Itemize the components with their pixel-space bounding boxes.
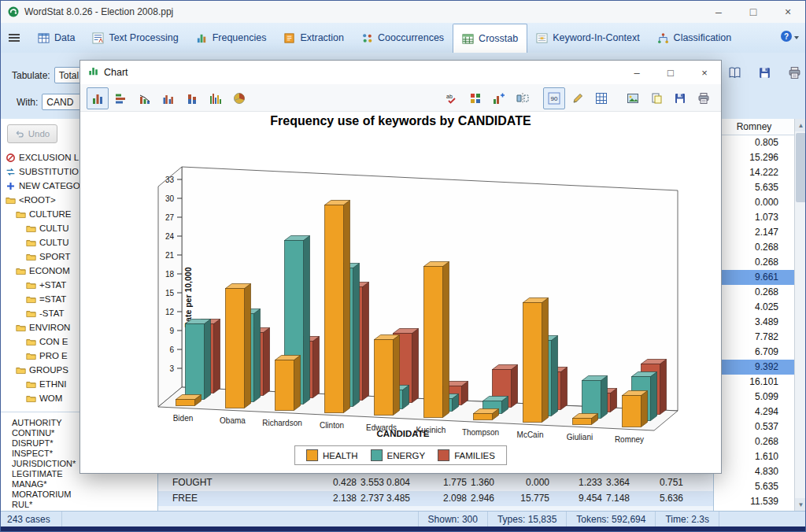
romney-cell[interactable]: 0.268 [714, 255, 794, 270]
table-cell[interactable]: 1.360 [460, 477, 494, 488]
spell-check-button[interactable]: ab [441, 87, 463, 109]
tab-crosstab[interactable]: Crosstab [453, 24, 527, 53]
romney-cell[interactable]: 16.101 [714, 375, 794, 390]
flip-axes-icon [516, 92, 529, 105]
romney-cell[interactable]: 3.489 [714, 315, 794, 330]
scroll-up-icon[interactable]: ▲ [795, 119, 806, 131]
window-maximize-button[interactable]: □ [736, 1, 771, 23]
tab-data[interactable]: Data [29, 23, 83, 53]
tab-extraction[interactable]: Extraction [275, 23, 353, 53]
romney-cell[interactable]: 9.661 [714, 270, 794, 285]
print-button[interactable] [693, 87, 715, 109]
tab-frequencies[interactable]: Frequencies [187, 23, 275, 53]
picture-export-button[interactable] [622, 87, 644, 109]
romney-cell[interactable]: 0.537 [714, 419, 794, 434]
color-palette-button[interactable] [464, 87, 486, 109]
pie-chart-button[interactable] [228, 87, 250, 109]
tab-label: Extraction [300, 32, 344, 43]
romney-cell[interactable]: 0.805 [714, 135, 794, 150]
romney-cell[interactable]: 6.709 [714, 345, 794, 360]
scroll-down-icon[interactable]: ▼ [795, 498, 806, 511]
folder-icon [26, 280, 36, 290]
pareto-chart-button[interactable] [134, 87, 156, 109]
romney-cell[interactable]: 4.830 [714, 464, 794, 479]
romney-cell[interactable]: 2.147 [714, 225, 794, 240]
romney-cell[interactable]: 11.539 [714, 494, 794, 509]
picture-export-icon [627, 92, 639, 105]
dialog-close-button[interactable]: × [688, 61, 721, 84]
vertical-scrollbar[interactable]: ▲ ▼ [794, 119, 806, 511]
romney-cell[interactable]: 14.222 [714, 165, 794, 180]
svg-text:CANDIDATE: CANDIDATE [377, 429, 430, 438]
rotate-3d-button[interactable]: 90 [543, 87, 565, 109]
crosstab-romney-column: Romney 0.80515.29614.2225.6350.0001.0732… [713, 119, 794, 511]
undo-button[interactable]: Undo [7, 124, 57, 143]
tab-classification[interactable]: Classification [649, 23, 741, 53]
table-cell[interactable]: 15.775 [515, 493, 549, 504]
dialog-minimize-button[interactable]: – [620, 61, 653, 84]
table-cell[interactable]: 3.364 [595, 477, 630, 488]
dialog-toolbar: ab90 [80, 84, 721, 112]
romney-cell[interactable]: 5.635 [714, 479, 794, 494]
table-cell[interactable]: 5.636 [649, 493, 683, 504]
keyword-row[interactable]: MANAG* [1, 479, 157, 490]
window-minimize-button[interactable]: – [701, 1, 736, 23]
copy-chart-button[interactable] [488, 87, 510, 109]
menu-icon[interactable] [6, 30, 23, 46]
grouped-bar-chart-button[interactable] [157, 87, 179, 109]
romney-cell[interactable]: 4.025 [714, 300, 794, 315]
main-toolbar: DataText ProcessingFrequenciesExtraction… [1, 23, 805, 54]
tab-label: Crosstab [479, 33, 518, 44]
keyword-row[interactable]: RUL* [1, 500, 157, 510]
stacked-bar-chart-button[interactable] [181, 87, 203, 109]
data-grid-button[interactable] [590, 87, 612, 109]
romney-cell[interactable]: 1.073 [714, 210, 794, 225]
romney-cell[interactable]: 5.099 [714, 390, 794, 405]
romney-cell[interactable]: 0.268 [714, 240, 794, 255]
romney-cell[interactable]: 0.268 [714, 434, 794, 449]
tree-item-label: ENVIRON [29, 323, 70, 332]
report-view-button[interactable] [723, 62, 745, 83]
svg-text:3: 3 [169, 364, 174, 373]
help-button[interactable]: ? [780, 30, 799, 46]
table-cell[interactable]: 0.000 [515, 477, 549, 488]
romney-cell[interactable]: 9.392 [714, 360, 794, 375]
horizontal-bar-chart-button[interactable] [110, 87, 132, 109]
table-cell[interactable]: 0.751 [649, 477, 683, 488]
save-button[interactable] [753, 62, 775, 83]
print-button[interactable] [783, 62, 805, 83]
save-button[interactable] [669, 87, 691, 109]
tree-item-label: EXCLUSION L [19, 153, 79, 162]
tree-item-label: <ROOT> [19, 195, 56, 205]
dialog-maximize-button[interactable]: □ [654, 61, 687, 84]
vertical-bar-chart-button[interactable] [87, 87, 109, 109]
table-cell[interactable]: 7.148 [595, 493, 630, 504]
table-row[interactable]: FREE2.1382.7373.4852.0982.94615.7759.454… [158, 491, 713, 507]
multi-series-chart-button[interactable] [205, 87, 227, 109]
keyword-row[interactable]: MORATORIUM [1, 490, 157, 500]
print-icon [697, 92, 710, 105]
romney-cell[interactable]: 5.635 [714, 180, 794, 195]
folder-icon [26, 393, 36, 404]
tab-text-processing[interactable]: Text Processing [83, 23, 187, 53]
legend-item: FAMILIES [438, 449, 495, 461]
romney-cell[interactable]: 0.268 [714, 285, 794, 300]
edit-button[interactable] [567, 87, 589, 109]
romney-cell[interactable]: 7.782 [714, 330, 794, 345]
copy-clipboard-button[interactable] [645, 87, 667, 109]
romney-cell[interactable]: 4.294 [714, 405, 794, 419]
window-close-button[interactable]: × [771, 1, 805, 23]
scrollbar-thumb[interactable] [796, 133, 806, 202]
table-cell[interactable]: 3.485 [375, 493, 410, 504]
table-row[interactable]: FOUGHT0.4283.5530.8041.7751.3600.0001.23… [158, 475, 713, 491]
column-header[interactable]: Romney [714, 119, 794, 135]
edit-icon [571, 92, 584, 105]
tab-cooccurrences[interactable]: Cooccurrences [353, 23, 453, 53]
romney-cell[interactable]: 0.000 [714, 195, 794, 210]
tab-keyword-in-context[interactable]: Keyword-In-Context [527, 23, 648, 53]
romney-cell[interactable]: 15.296 [714, 150, 794, 165]
table-cell[interactable]: 2.946 [460, 493, 494, 504]
romney-cell[interactable]: 1.610 [714, 449, 794, 464]
table-cell[interactable]: 0.804 [375, 477, 410, 488]
flip-axes-button[interactable] [512, 87, 534, 109]
